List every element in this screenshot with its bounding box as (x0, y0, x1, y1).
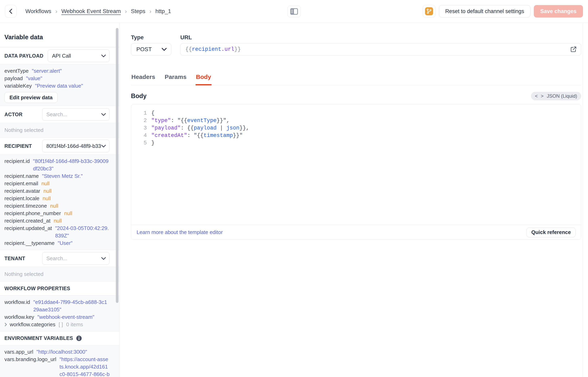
variable-key: recipient.updated_at (4, 224, 52, 232)
variable-key: payload (4, 75, 23, 82)
back-button[interactable] (5, 5, 16, 18)
variable-key: recipient.created_at (4, 217, 50, 224)
tenant-label: TENANT (4, 256, 38, 261)
variable-row: eventType"server:alert" (4, 67, 110, 75)
line-number: 4 (136, 132, 147, 139)
variable-row: recipient.emailnull (4, 180, 110, 187)
sidebar-scrollbar[interactable] (116, 28, 118, 303)
token: "{{ (177, 118, 187, 124)
token: , (226, 118, 230, 124)
breadcrumb-item-workflows[interactable]: Workflows (25, 8, 51, 14)
recipient-select[interactable]: 80f1f4bf-166d-48f9-b33c (42, 140, 110, 152)
breadcrumb-separator: › (55, 8, 58, 15)
external-link-icon[interactable] (570, 46, 577, 53)
code-icon: < > (535, 93, 544, 99)
variable-value: "User" (58, 239, 110, 247)
variable-key: workflow.id (4, 298, 30, 306)
recipient-label: RECIPIENT (4, 143, 38, 149)
code-editor[interactable]: 1{2"type": "{{eventType}}",3"payload": {… (131, 104, 581, 225)
variable-count: 0 items (66, 321, 83, 328)
code-line: 5} (136, 139, 577, 147)
data-payload-preview: eventType"server:alert"payload"value"var… (0, 64, 119, 106)
token: recipient (192, 46, 221, 52)
variable-key: vars.branding.logo_url (4, 356, 56, 363)
variable-row: recipient.localenull (4, 195, 110, 202)
actor-search-select[interactable]: Search... (42, 108, 110, 121)
method-select[interactable]: POST (131, 43, 171, 55)
quick-reference-button[interactable]: Quick reference (527, 228, 576, 237)
variable-row: variableKey"Preview data value" (4, 82, 110, 90)
code-text: "createdAt": "{{timestamp}}" (151, 132, 243, 139)
breadcrumb-item-steps[interactable]: Steps (131, 8, 145, 14)
code-text: { (151, 110, 154, 117)
data-payload-label: DATA PAYLOAD (4, 53, 43, 59)
variable-value: null (50, 202, 110, 210)
variable-key: recipient.timezone (4, 202, 47, 210)
actor-search-placeholder: Search... (46, 111, 101, 118)
actor-label: ACTOR (4, 112, 38, 118)
editor-footer: Learn more about the template editor Qui… (131, 225, 581, 240)
chevron-down-icon (101, 257, 106, 260)
variable-row: workflow.categories[ ]0 items (4, 321, 110, 328)
template-editor-docs-link[interactable]: Learn more about the template editor (137, 229, 223, 236)
line-number: 5 (136, 139, 147, 147)
variable-value: null (54, 217, 110, 224)
template-editor: 1{2"type": "{{eventType}}",3"payload": {… (131, 104, 581, 240)
breadcrumb-item-webhook-event-stream[interactable]: Webhook Event Stream (61, 8, 121, 14)
token: : (171, 118, 177, 124)
variable-value: "value" (26, 75, 110, 82)
tenant-search-select[interactable]: Search... (42, 252, 110, 265)
chevron-down-icon (101, 145, 106, 147)
variable-value: null (64, 210, 110, 217)
language-badge[interactable]: < > JSON (Liquid) (531, 92, 581, 100)
data-payload-row: DATA PAYLOAD API Call (0, 47, 119, 64)
tab-params[interactable]: Params (164, 73, 187, 85)
breadcrumb-item-http-1[interactable]: http_1 (155, 8, 171, 14)
workflow-properties-preview: workflow.id"e91ddae4-7f99-45cb-a688-3c12… (0, 295, 119, 331)
token: url (224, 46, 234, 52)
variable-row: workflow.id"e91ddae4-7f99-45cb-a688-3c12… (4, 298, 110, 313)
tab-headers[interactable]: Headers (131, 73, 155, 85)
topbar-actions: Reset to default channel settings Save c… (423, 5, 583, 18)
variable-key: recipient.email (4, 180, 38, 187)
save-changes-button[interactable]: Save changes (534, 5, 583, 18)
variable-row: recipient.name"Steven Metz Sr." (4, 172, 110, 180)
variable-key: workflow.key (4, 313, 34, 321)
main-scroll-gutter[interactable] (583, 23, 588, 377)
url-input[interactable]: {{recipient.url}} (180, 43, 581, 55)
token: }} (239, 125, 246, 131)
reset-channel-settings-button[interactable]: Reset to default channel settings (439, 5, 530, 18)
toggle-sidebar-button[interactable] (287, 6, 301, 17)
token: {{ (185, 46, 192, 52)
variable-key: recipient.__typename (4, 239, 55, 247)
variable-key: recipient.id (4, 157, 30, 165)
token: "{{ (194, 132, 204, 139)
data-payload-select[interactable]: API Call (48, 49, 110, 62)
actor-empty-state: Nothing selected (0, 123, 119, 137)
chevron-left-icon (8, 9, 13, 14)
code-lines: 1{2"type": "{{eventType}}",3"payload": {… (136, 110, 577, 147)
code-line: 2"type": "{{eventType}}", (136, 117, 577, 124)
token: json (226, 125, 239, 131)
recipient-row: RECIPIENT 80f1f4bf-166d-48f9-b33c (0, 137, 119, 154)
token: payload (194, 125, 217, 131)
edit-preview-data-button[interactable]: Edit preview data (4, 92, 58, 103)
variable-row: payload"value" (4, 75, 110, 82)
tenant-empty-state: Nothing selected (0, 267, 119, 281)
chevron-right-icon[interactable] (4, 321, 7, 328)
variable-value: null (44, 187, 110, 195)
variable-row: vars.branding.logo_url"https://account-a… (4, 356, 110, 377)
variable-row: recipient.__typename"User" (4, 239, 110, 247)
info-icon[interactable] (76, 335, 82, 341)
step-editor-main: Type POST URL {{recipient.url}} (119, 23, 588, 377)
commit-button[interactable] (423, 5, 435, 18)
environment-variables-header: ENVIRONMENT VARIABLES (0, 331, 119, 345)
environment-variables-label: ENVIRONMENT VARIABLES (4, 335, 73, 341)
token: : (187, 132, 194, 139)
variable-key: recipient.name (4, 172, 39, 180)
chevron-down-icon (101, 55, 106, 57)
variable-key: vars.app_url (4, 348, 33, 356)
tab-body[interactable]: Body (196, 73, 212, 85)
variable-value: null (43, 195, 110, 202)
variable-key: eventType (4, 67, 29, 75)
